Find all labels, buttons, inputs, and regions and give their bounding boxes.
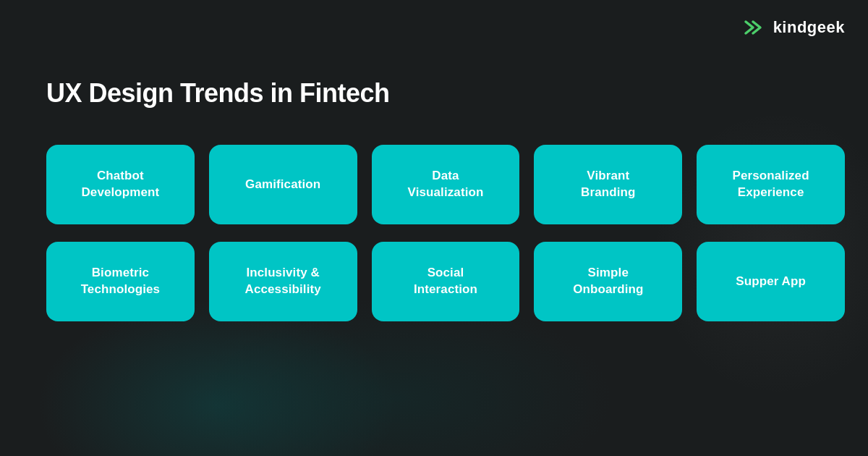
card-chatbot-development: Chatbot Development bbox=[46, 145, 195, 224]
kindgeek-logo-icon bbox=[743, 17, 766, 38]
card-vibrant-branding: Vibrant Branding bbox=[534, 145, 682, 224]
page-background: kindgeek UX Design Trends in Fintech Cha… bbox=[0, 0, 868, 456]
card-label-supper-app: Supper App bbox=[736, 274, 806, 290]
cards-row-1: Chatbot Development Gamification Data Vi… bbox=[46, 145, 845, 224]
card-label-vibrant-branding: Vibrant Branding bbox=[581, 168, 635, 201]
card-social-interaction: Social Interaction bbox=[372, 242, 520, 321]
brand-name: kindgeek bbox=[773, 18, 845, 37]
card-label-personalized-experience: Personalized Experience bbox=[733, 168, 809, 201]
card-supper-app: Supper App bbox=[697, 242, 845, 321]
header: kindgeek bbox=[743, 17, 845, 38]
card-label-simple-onboarding: Simple Onboarding bbox=[573, 265, 643, 298]
card-gamification: Gamification bbox=[209, 145, 357, 224]
card-label-biometric-technologies: Biometric Technologies bbox=[81, 265, 161, 298]
cards-container: Chatbot Development Gamification Data Vi… bbox=[46, 145, 845, 321]
card-label-chatbot-development: Chatbot Development bbox=[81, 168, 159, 201]
card-label-social-interaction: Social Interaction bbox=[414, 265, 477, 298]
card-data-visualization: Data Visualization bbox=[372, 145, 520, 224]
card-label-data-visualization: Data Visualization bbox=[408, 168, 484, 201]
card-inclusivity-accessibility: Inclusivity & Accessibility bbox=[209, 242, 357, 321]
card-personalized-experience: Personalized Experience bbox=[697, 145, 845, 224]
card-biometric-technologies: Biometric Technologies bbox=[46, 242, 195, 321]
cards-row-2: Biometric Technologies Inclusivity & Acc… bbox=[46, 242, 845, 321]
card-label-inclusivity-accessibility: Inclusivity & Accessibility bbox=[245, 265, 321, 298]
card-simple-onboarding: Simple Onboarding bbox=[534, 242, 682, 321]
page-title: UX Design Trends in Fintech bbox=[46, 78, 390, 109]
card-label-gamification: Gamification bbox=[245, 177, 320, 193]
